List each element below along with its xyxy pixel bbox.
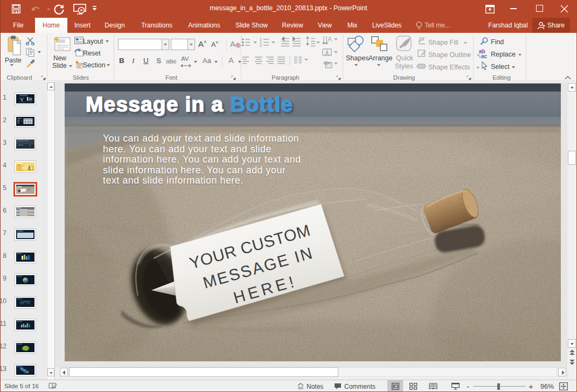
svg-text:ac: ac [481, 53, 488, 59]
svg-text:Message in a Bottle: Message in a Bottle [86, 93, 293, 116]
svg-text:A: A [328, 36, 332, 43]
svg-text:3: 3 [260, 44, 262, 47]
svg-text:A: A [230, 39, 235, 48]
